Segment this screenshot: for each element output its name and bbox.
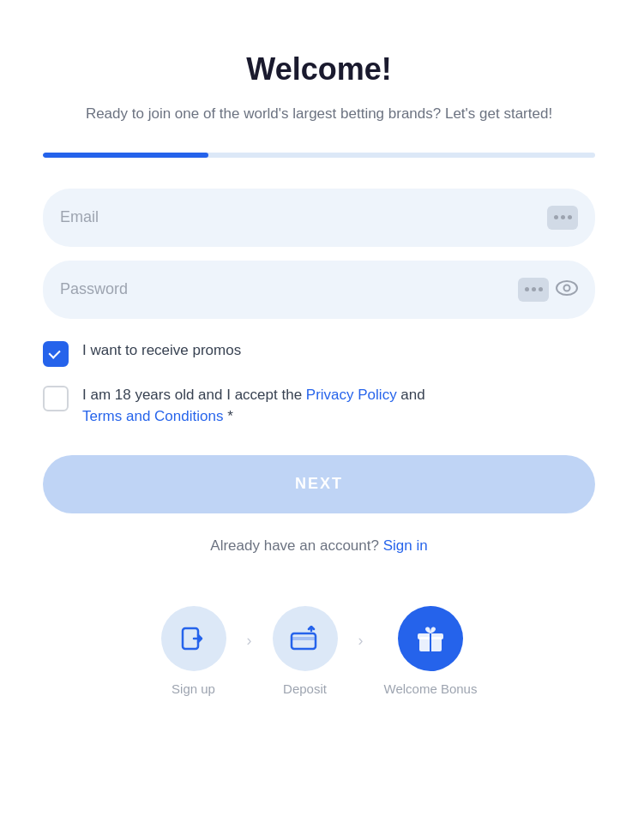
promos-checkbox-row: I want to receive promos xyxy=(43,339,595,367)
email-icons xyxy=(547,206,578,230)
signin-link[interactable]: Sign in xyxy=(383,537,428,554)
privacy-policy-link[interactable]: Privacy Policy xyxy=(306,387,397,403)
step-signup-circle xyxy=(161,606,226,671)
terms-label: I am 18 years old and I accept the Priva… xyxy=(82,384,425,428)
step-deposit-label: Deposit xyxy=(283,681,327,696)
svg-point-1 xyxy=(564,285,570,291)
email-dots-icon xyxy=(547,206,578,230)
svg-point-0 xyxy=(557,281,577,295)
password-visibility-toggle-icon[interactable] xyxy=(556,279,578,301)
step-arrow-1: › xyxy=(247,632,252,650)
next-button[interactable]: NEXT xyxy=(43,455,595,513)
terms-text-before: I am 18 years old and I accept the xyxy=(82,387,306,403)
page-subtitle: Ready to join one of the world's largest… xyxy=(86,103,552,125)
step-deposit: Deposit xyxy=(273,606,338,696)
terms-text-middle: and xyxy=(397,387,425,403)
password-input[interactable] xyxy=(60,280,518,298)
terms-conditions-link[interactable]: Terms and Conditions xyxy=(82,408,223,424)
password-icons xyxy=(518,278,578,302)
page-title: Welcome! xyxy=(246,51,391,87)
step-bonus-label: Welcome Bonus xyxy=(384,681,478,696)
progress-bar-fill xyxy=(43,153,208,158)
terms-checkbox-row: I am 18 years old and I accept the Priva… xyxy=(43,384,595,428)
terms-asterisk: * xyxy=(223,408,232,424)
step-signup-label: Sign up xyxy=(172,681,215,696)
step-bonus-circle xyxy=(398,606,463,671)
password-input-wrapper xyxy=(43,261,595,319)
email-input-wrapper xyxy=(43,189,595,247)
step-welcome-bonus: Welcome Bonus xyxy=(384,606,478,696)
signin-text: Already have an account? Sign in xyxy=(210,537,427,555)
step-arrow-2: › xyxy=(358,632,364,650)
terms-checkbox[interactable] xyxy=(43,386,69,411)
svg-rect-3 xyxy=(292,633,316,649)
step-signup: Sign up xyxy=(161,606,226,696)
promos-checkbox[interactable] xyxy=(43,341,69,367)
email-input[interactable] xyxy=(60,208,547,226)
progress-bar xyxy=(43,153,595,158)
checkboxes-section: I want to receive promos I am 18 years o… xyxy=(43,339,595,428)
steps-container: Sign up › Deposit › Welcom xyxy=(43,606,595,696)
promos-label: I want to receive promos xyxy=(82,339,241,362)
svg-rect-4 xyxy=(292,637,316,640)
form-container xyxy=(43,189,595,319)
already-have-account-text: Already have an account? xyxy=(210,537,379,554)
step-deposit-circle xyxy=(273,606,338,671)
password-dots-icon xyxy=(518,278,549,302)
